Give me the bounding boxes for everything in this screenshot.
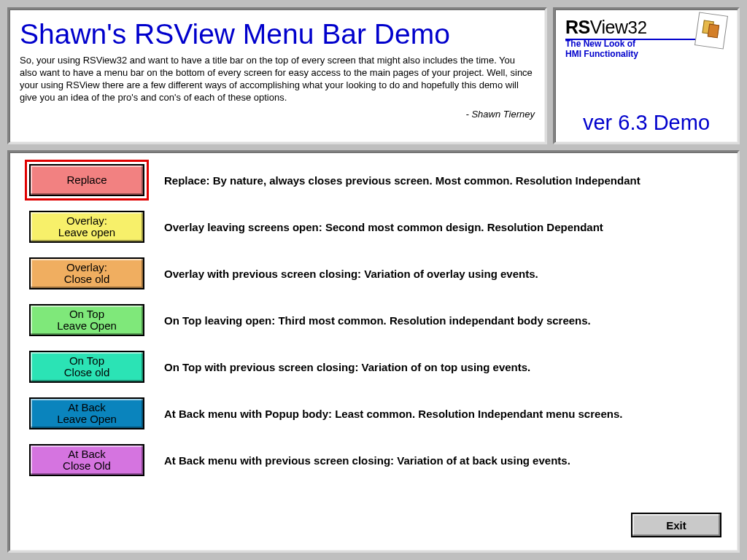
option-row-ontop-open: On Top Leave OpenOn Top leaving open: Th… bbox=[24, 304, 723, 336]
header-row: Shawn's RSView Menu Bar Demo So, your us… bbox=[7, 7, 740, 144]
option-desc-atback-close: At Back menu with previous screen closin… bbox=[164, 454, 723, 467]
option-button-ontop-close[interactable]: On Top Close old bbox=[29, 351, 144, 383]
logo-panel: RSView32 The New Look of HMI Functionali… bbox=[553, 7, 740, 144]
intro-text: So, your using RSView32 and want to have… bbox=[20, 55, 535, 104]
page-title: Shawn's RSView Menu Bar Demo bbox=[20, 18, 535, 50]
option-button-wrap: At Back Close Old bbox=[24, 444, 150, 476]
option-button-atback-close[interactable]: At Back Close Old bbox=[29, 444, 144, 476]
option-row-replace: ReplaceReplace: By nature, always closes… bbox=[24, 164, 723, 196]
option-button-wrap: At Back Leave Open bbox=[24, 397, 150, 429]
logo-brand-rs: RSView bbox=[565, 17, 627, 37]
option-row-overlay-close: Overlay: Close oldOverlay with previous … bbox=[24, 257, 723, 289]
option-button-ontop-open[interactable]: On Top Leave Open bbox=[29, 304, 144, 336]
exit-button[interactable]: Exit bbox=[631, 513, 721, 537]
version-label: ver 6.3 Demo bbox=[555, 111, 738, 135]
signoff-text: - Shawn Tierney bbox=[20, 109, 535, 120]
option-button-wrap: On Top Leave Open bbox=[24, 304, 150, 336]
option-desc-replace: Replace: By nature, always closes previo… bbox=[164, 174, 723, 187]
option-desc-atback-open: At Back menu with Popup body: Least comm… bbox=[164, 408, 723, 420]
option-desc-ontop-close: On Top with previous screen closing: Var… bbox=[164, 361, 723, 373]
logo-brand-32: 32 bbox=[627, 18, 647, 37]
option-button-wrap: On Top Close old bbox=[24, 351, 150, 383]
option-desc-overlay-close: Overlay with previous screen closing: Va… bbox=[164, 268, 723, 280]
header-panel: Shawn's RSView Menu Bar Demo So, your us… bbox=[7, 7, 547, 144]
option-row-overlay-open: Overlay: Leave openOverlay leaving scree… bbox=[24, 211, 723, 243]
option-button-overlay-close[interactable]: Overlay: Close old bbox=[29, 257, 144, 289]
option-desc-overlay-open: Overlay leaving screens open: Second mos… bbox=[164, 221, 723, 233]
app-frame: Shawn's RSView Menu Bar Demo So, your us… bbox=[0, 0, 747, 560]
options-panel: ReplaceReplace: By nature, always closes… bbox=[7, 150, 740, 553]
option-button-replace[interactable]: Replace bbox=[29, 164, 144, 196]
option-button-wrap: Overlay: Close old bbox=[24, 257, 150, 289]
logo-sub-line2: HMI Functionality bbox=[565, 50, 727, 60]
logo-graphic-icon bbox=[694, 12, 728, 49]
option-row-atback-open: At Back Leave OpenAt Back menu with Popu… bbox=[24, 397, 723, 429]
option-row-atback-close: At Back Close OldAt Back menu with previ… bbox=[24, 444, 723, 476]
option-button-wrap: Replace bbox=[24, 164, 150, 196]
option-desc-ontop-open: On Top leaving open: Third most common. … bbox=[164, 314, 723, 327]
option-row-ontop-close: On Top Close oldOn Top with previous scr… bbox=[24, 351, 723, 383]
options-list: ReplaceReplace: By nature, always closes… bbox=[24, 164, 723, 476]
option-button-atback-open[interactable]: At Back Leave Open bbox=[29, 397, 144, 429]
option-button-overlay-open[interactable]: Overlay: Leave open bbox=[29, 211, 144, 243]
logo-underline bbox=[565, 39, 697, 40]
logo-block: RSView32 The New Look of HMI Functionali… bbox=[565, 17, 727, 66]
option-button-wrap: Overlay: Leave open bbox=[24, 211, 150, 243]
